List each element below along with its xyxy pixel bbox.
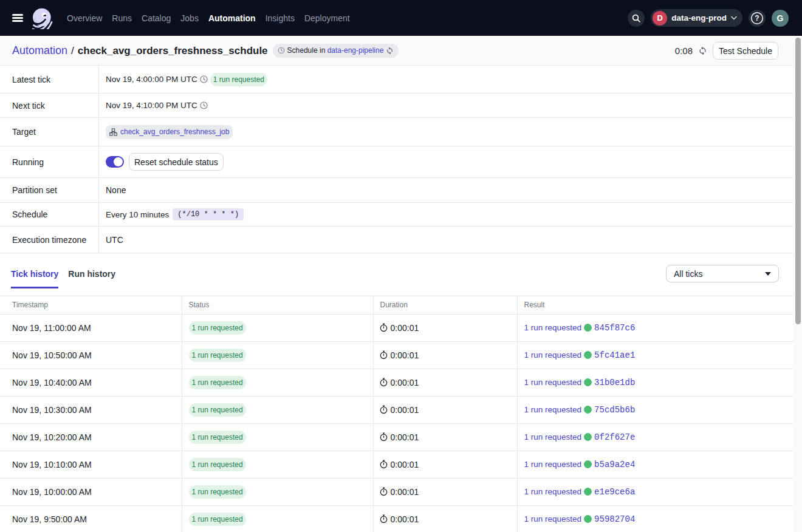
svg-text:?: ? <box>755 14 759 22</box>
